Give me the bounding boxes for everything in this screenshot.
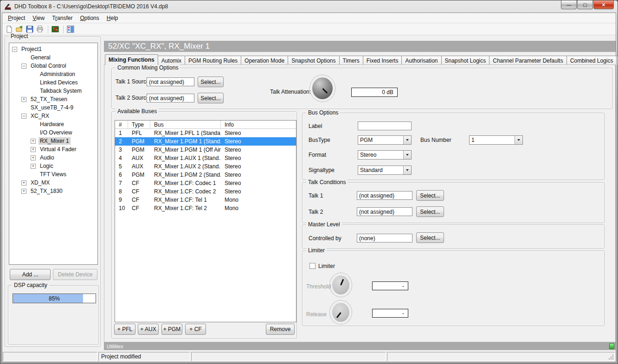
expand-icon[interactable]: + <box>31 147 36 152</box>
chevron-down-icon[interactable] <box>403 166 411 174</box>
expand-icon[interactable]: + <box>31 139 36 144</box>
print-icon[interactable] <box>35 25 45 34</box>
tab-authorisation[interactable]: Authorisation <box>401 56 441 65</box>
master-level-group: Master Level Controlled by (none) Select… <box>302 224 605 249</box>
tree-item-tft-views[interactable]: TFT Views <box>9 170 97 179</box>
column-header-info[interactable]: Info <box>221 121 296 128</box>
collapse-icon[interactable]: − <box>21 114 26 119</box>
tree-item-i-o-overview[interactable]: I/O Overview <box>9 128 97 137</box>
menu-item-project[interactable]: Project <box>4 13 29 23</box>
tree-item-rx-mixer-1[interactable]: +RX_Mixer 1 <box>9 137 97 145</box>
chevron-down-icon[interactable] <box>515 136 522 144</box>
tab-combined-logics[interactable]: Combined Logics <box>566 56 617 65</box>
signaltype-combo[interactable]: Standard <box>358 166 412 175</box>
tab-console-illumination[interactable]: Console illumination <box>616 56 618 65</box>
bus-row-9[interactable]: 9CFRX_Mixer 1.CF: Tel 1Mono <box>115 196 296 204</box>
transfer-device-icon[interactable] <box>51 25 60 34</box>
remove-bus-button[interactable]: Remove <box>266 324 295 335</box>
tree-item-52-tx-1830[interactable]: +52_TX_1830 <box>9 187 97 195</box>
expand-icon[interactable]: + <box>31 155 36 160</box>
tree-item-talkback-system[interactable]: Talkback System <box>9 87 97 95</box>
talk2-source-field[interactable]: (not assigned) <box>147 94 194 102</box>
chevron-down-icon[interactable] <box>403 136 411 144</box>
open-file-icon[interactable] <box>15 25 24 34</box>
tab-timers[interactable]: Timers <box>339 56 363 65</box>
column-header-bus[interactable]: Bus <box>150 121 221 128</box>
project-options-icon[interactable] <box>66 25 75 34</box>
tree-item-general[interactable]: General <box>9 53 97 62</box>
expand-icon[interactable]: + <box>21 189 26 194</box>
tree-item-project1[interactable]: −Project1 <box>9 45 97 53</box>
tree-item-sx-usetb-7-4-9[interactable]: SX_useTB_7-4-9 <box>9 103 97 112</box>
talk-attenuation-knob[interactable] <box>312 77 333 99</box>
tree-item-logic[interactable]: +Logic <box>9 162 97 170</box>
talk1-source-field[interactable]: (not assigned) <box>147 77 194 86</box>
collapse-icon[interactable]: − <box>12 47 17 52</box>
expand-icon[interactable]: + <box>31 164 36 169</box>
bus-row-4[interactable]: 4AUXRX_Mixer 1.AUX 1 (Stand...Stereo <box>115 154 296 162</box>
bus-row-7[interactable]: 7CFRX_Mixer 1.CF: Codec 1Stereo <box>115 179 296 187</box>
tree-item-virtual-4-fader[interactable]: +Virtual 4 Fader <box>9 145 97 153</box>
format-combo[interactable]: Stereo <box>358 150 412 160</box>
bus-row-3[interactable]: 3PGMRX_Mixer 1.PGM 1 (Off Air)Stereo <box>115 146 296 154</box>
expand-icon[interactable]: + <box>21 180 26 185</box>
bus-label-input[interactable] <box>358 121 412 130</box>
menu-item-transfer[interactable]: Transfer <box>48 13 76 23</box>
minimize-button[interactable]: — <box>561 0 577 9</box>
bus-table[interactable]: #TypeBusInfo1PFLRX_Mixer 1.PFL 1 (Standa… <box>115 120 296 322</box>
tab-snapshot-logics[interactable]: Snapshot Logics <box>441 56 490 65</box>
add-bus-button-pfl[interactable]: + PFL <box>114 324 135 335</box>
limiter-checkbox[interactable] <box>309 263 315 269</box>
save-icon[interactable] <box>25 25 34 34</box>
tab-fixed-inserts[interactable]: Fixed Inserts <box>363 56 402 65</box>
tree-item-52-tx-tresen[interactable]: +52_TX_Tresen <box>9 95 97 103</box>
tree-item-audio[interactable]: +Audio <box>9 153 97 162</box>
tree-item-xd-mx[interactable]: +XD_MX <box>9 179 97 187</box>
menu-item-options[interactable]: Options <box>76 13 103 23</box>
maximize-button[interactable]: ▢ <box>577 0 593 9</box>
column-header-[interactable]: # <box>115 121 128 128</box>
bus-number-combo[interactable]: 1 <box>469 135 523 145</box>
add-bus-button-cf[interactable]: + CF <box>185 324 206 335</box>
add-bus-button-aux[interactable]: + AUX <box>138 324 159 335</box>
controlled-by-select-button[interactable]: Select... <box>416 232 444 243</box>
talk1-select-button[interactable]: Select... <box>198 77 224 87</box>
chevron-down-icon[interactable] <box>403 151 411 159</box>
tree-item-global-control[interactable]: −Global Control <box>9 62 97 70</box>
bus-row-6[interactable]: 6PGMRX_Mixer 1.PGM 2 (Stand...Stereo <box>115 171 296 179</box>
bus-row-5[interactable]: 5AUXRX_Mixer 1.AUX 2 (Stand...Stereo <box>115 162 296 171</box>
expand-icon[interactable]: + <box>21 97 26 102</box>
bus-row-8[interactable]: 8CFRX_Mixer 1.CF: Codec 2Stereo <box>115 187 296 196</box>
talk2-condition-select-button[interactable]: Select... <box>416 206 444 217</box>
resize-grip[interactable] <box>612 358 613 359</box>
bus-row-1[interactable]: 1PFLRX_Mixer 1.PFL 1 (Standa...Stereo <box>115 129 296 137</box>
bus-row-2[interactable]: 2PGMRX_Mixer 1.PGM 1 (Stand...Stereo <box>115 137 296 146</box>
utilities-bar[interactable]: Utilities <box>104 342 616 350</box>
collapse-icon[interactable]: − <box>21 64 26 69</box>
tab-snapshot-options[interactable]: Snapshot Options <box>288 56 339 65</box>
tab-pgm-routing-rules[interactable]: PGM Routing Rules <box>185 56 241 65</box>
tree-item-hardware[interactable]: Hardware <box>9 120 97 128</box>
add-device-button[interactable]: Add ... <box>10 269 51 280</box>
tab-channel-parameter-defaults[interactable]: Channel Parameter Defaults <box>489 56 566 65</box>
tab-mixing-functions[interactable]: Mixing Functions <box>105 54 158 65</box>
bus-row-10[interactable]: 10CFRX_Mixer 1.CF: Tel 2Mono <box>115 204 296 212</box>
bustype-combo[interactable]: PGM <box>358 135 412 145</box>
talk2-select-button[interactable]: Select... <box>198 93 224 103</box>
close-button[interactable]: ✕ <box>593 0 614 9</box>
bus-cell: RX_Mixer 1.PGM 1 (Stand... <box>150 138 221 145</box>
tab-operation-mode[interactable]: Operation Mode <box>241 56 288 65</box>
new-file-icon[interactable] <box>5 25 14 34</box>
talk1-condition-field[interactable]: (not assigned) <box>357 191 412 200</box>
tree-item-xc-rx[interactable]: −XC_RX <box>9 112 97 120</box>
column-header-type[interactable]: Type <box>128 121 150 128</box>
controlled-by-field[interactable]: (none) <box>357 234 412 243</box>
add-bus-button-pgm[interactable]: + PGM <box>161 324 182 335</box>
talk2-condition-field[interactable]: (not assigned) <box>357 207 412 216</box>
talk1-condition-select-button[interactable]: Select... <box>416 190 444 201</box>
tree-item-linked-devices[interactable]: Linked Devices <box>9 78 97 87</box>
menu-item-view[interactable]: View <box>29 13 48 23</box>
menu-item-help[interactable]: Help <box>103 13 122 23</box>
tree-item-administration[interactable]: Administration <box>9 70 97 78</box>
tab-automix[interactable]: Automix <box>158 56 185 65</box>
